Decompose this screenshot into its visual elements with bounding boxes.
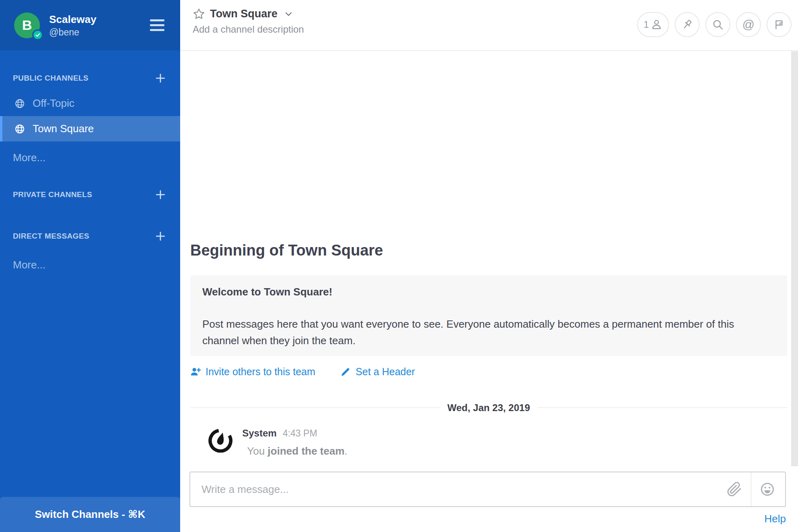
add-public-channel-icon[interactable] — [155, 73, 166, 83]
team-avatar-letter: B — [22, 17, 32, 33]
post-timestamp: 4:43 PM — [283, 428, 317, 439]
smiley-icon — [760, 482, 775, 497]
attach-file-button[interactable] — [725, 480, 743, 498]
add-direct-message-icon[interactable] — [155, 231, 166, 241]
flagged-posts-button[interactable] — [767, 12, 792, 37]
channel-name: Off-Topic — [33, 97, 75, 110]
team-avatar: B — [14, 12, 40, 38]
system-post: System 4:43 PM You joined the team. — [208, 427, 347, 457]
invite-others-link[interactable]: Invite others to this team — [190, 366, 315, 378]
member-icon — [650, 19, 663, 31]
set-header-label: Set a Header — [355, 366, 415, 378]
sidebar-item-off-topic[interactable]: Off-Topic — [0, 91, 180, 116]
mentions-button[interactable]: @ — [736, 12, 761, 37]
at-mention-icon: @ — [742, 19, 754, 31]
channel-description[interactable]: Add a channel description — [193, 24, 304, 35]
channel-name: Town Square — [33, 123, 94, 135]
direct-messages-label: DIRECT MESSAGES — [13, 232, 89, 241]
date-divider: Wed, Jan 23, 2019 — [190, 407, 787, 408]
search-icon — [712, 19, 724, 31]
invite-others-label: Invite others to this team — [206, 366, 315, 378]
team-info: Scaleway @bene — [49, 13, 96, 37]
switch-channels-button[interactable]: Switch Channels - ⌘K — [0, 497, 180, 532]
more-channels-link[interactable]: More... — [13, 152, 46, 164]
online-status-icon — [32, 29, 43, 40]
sidebar-header: B Scaleway @bene — [0, 0, 180, 50]
globe-icon — [15, 124, 25, 134]
username: @bene — [49, 27, 96, 37]
pinned-posts-button[interactable] — [675, 12, 700, 37]
message-composer — [189, 472, 786, 507]
private-channels-label: PRIVATE CHANNELS — [13, 190, 92, 199]
search-button[interactable] — [705, 12, 730, 37]
favorite-star-icon[interactable] — [193, 8, 205, 20]
channel-header: Town Square Add a channel description 1 … — [180, 0, 798, 51]
sidebar-item-town-square[interactable]: Town Square — [0, 116, 180, 141]
main-menu-icon[interactable] — [150, 19, 164, 31]
pin-icon — [681, 19, 693, 31]
set-header-link[interactable]: Set a Header — [340, 366, 415, 378]
add-private-channel-icon[interactable] — [155, 189, 166, 200]
channel-intro-title: Beginning of Town Square — [190, 242, 383, 259]
post-author: System — [242, 428, 276, 439]
channel-title[interactable]: Town Square — [210, 8, 278, 20]
message-input[interactable] — [190, 472, 785, 506]
flag-icon — [773, 19, 785, 31]
private-channels-section: PRIVATE CHANNELS — [13, 189, 166, 200]
globe-icon — [15, 98, 25, 109]
composer-divider — [751, 472, 751, 506]
add-user-icon — [190, 366, 201, 377]
main-panel: Town Square Add a channel description 1 … — [180, 0, 798, 532]
direct-messages-section: DIRECT MESSAGES — [13, 231, 166, 241]
member-count-button[interactable]: 1 — [637, 12, 669, 37]
paperclip-icon — [727, 482, 742, 497]
sidebar: B Scaleway @bene PUBLIC CHANNELS Off-Top… — [0, 0, 180, 532]
pencil-icon — [340, 366, 351, 377]
mattermost-logo-icon — [208, 427, 233, 453]
member-count: 1 — [644, 19, 649, 30]
welcome-body: Post messages here that you want everyon… — [202, 316, 773, 349]
team-name: Scaleway — [49, 13, 96, 25]
date-divider-label: Wed, Jan 23, 2019 — [440, 402, 537, 414]
emoji-picker-button[interactable] — [759, 480, 776, 498]
more-direct-messages-link[interactable]: More... — [13, 259, 46, 271]
channel-menu[interactable]: Town Square — [193, 8, 304, 20]
welcome-message-box: Welcome to Town Square! Post messages he… — [190, 275, 787, 356]
system-avatar — [208, 427, 233, 453]
public-channels-label: PUBLIC CHANNELS — [13, 74, 89, 83]
welcome-title: Welcome to Town Square! — [202, 286, 775, 298]
help-link[interactable]: Help — [765, 513, 786, 525]
chevron-down-icon — [284, 10, 293, 19]
message-list-scrollbar[interactable] — [791, 51, 798, 466]
public-channels-section: PUBLIC CHANNELS — [13, 73, 166, 83]
switch-channels-label: Switch Channels - ⌘K — [35, 508, 145, 521]
post-body: You joined the team. — [242, 445, 347, 457]
